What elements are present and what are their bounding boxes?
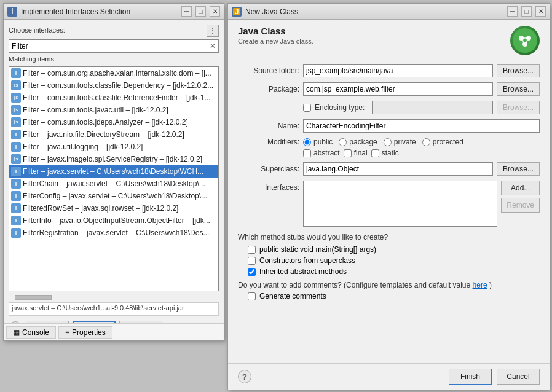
interface-icon: IS <box>11 93 21 103</box>
generate-comments-checkbox[interactable] <box>248 292 256 300</box>
list-item-text: FilterConfig – javax.servlet – C:\Users\… <box>23 190 207 202</box>
enclosing-type-text[interactable]: Enclosing type: <box>315 103 365 112</box>
source-folder-browse-button[interactable]: Browse... <box>497 64 540 77</box>
interface-icon: I <box>11 68 21 78</box>
package-label: Package: <box>238 85 299 93</box>
public-label[interactable]: public <box>313 138 333 146</box>
comments-question-end: ) <box>489 281 492 289</box>
enclosing-type-checkbox[interactable] <box>303 104 311 112</box>
method-stubs-section: Which method stubs would you like to cre… <box>238 233 540 276</box>
package-label[interactable]: package <box>349 138 377 146</box>
inherited-label[interactable]: Inherited abstract methods <box>259 267 347 276</box>
scrollbar-thumb[interactable] <box>15 295 52 300</box>
comments-link[interactable]: here <box>473 281 487 289</box>
static-checkbox[interactable] <box>371 149 379 157</box>
package-radio[interactable] <box>339 138 347 146</box>
protected-radio-group: protected <box>422 138 463 146</box>
list-item[interactable]: I Filter – java.util.logging – [jdk-12.0… <box>9 141 218 153</box>
interface-icon: I <box>11 179 21 189</box>
source-folder-input[interactable] <box>303 64 493 77</box>
console-icon: ▦ <box>13 328 20 337</box>
list-item-text: FilterRegistration – javax.servlet – C:\… <box>23 227 209 238</box>
filter-clear-button[interactable]: ✕ <box>208 41 218 51</box>
list-item[interactable]: I FilterConfig – javax.servlet – C:\User… <box>9 190 218 202</box>
new-java-class-dialog: J New Java Class ─ □ ✕ Java Class Create… <box>227 3 550 390</box>
right-cancel-button[interactable]: Cancel <box>497 369 540 385</box>
list-item[interactable]: I Filter – com.sun.org.apache.xalan.inte… <box>9 67 218 79</box>
list-item[interactable]: I FilteredRowSet – javax.sql.rowset – [j… <box>9 202 218 214</box>
public-radio[interactable] <box>303 138 311 146</box>
right-dialog-maximize-button[interactable]: □ <box>521 6 532 17</box>
interface-icon: I <box>11 228 21 238</box>
inherited-checkbox[interactable] <box>248 268 256 276</box>
right-dialog-action-buttons: Finish Cancel <box>449 369 540 385</box>
static-label[interactable]: static <box>382 149 399 157</box>
private-label[interactable]: private <box>394 138 416 146</box>
package-browse-button[interactable]: Browse... <box>497 82 540 96</box>
name-row: Name: <box>238 119 540 133</box>
left-dialog-minimize-button[interactable]: ─ <box>181 6 192 17</box>
remove-interface-button[interactable]: Remove <box>501 198 540 213</box>
add-interface-button[interactable]: Add... <box>501 181 540 195</box>
interfaces-box <box>303 181 497 227</box>
list-item-text: FilteredRowSet – javax.sql.rowset – [jdk… <box>23 203 178 214</box>
java-class-subtitle: Create a new Java class. <box>238 37 313 45</box>
protected-label[interactable]: protected <box>433 138 463 146</box>
generate-comments-label[interactable]: Generate comments <box>259 292 326 300</box>
left-dialog-maximize-button[interactable]: □ <box>195 6 206 17</box>
list-item[interactable]: IS Filter – javax.imageio.spi.ServiceReg… <box>9 153 218 165</box>
abstract-checkbox[interactable] <box>303 149 311 157</box>
left-dialog-title: Implemented Interfaces Selection <box>21 7 178 16</box>
left-dialog-close-button[interactable]: ✕ <box>210 6 220 17</box>
list-item[interactable]: I FilterChain – javax.servlet – C:\Users… <box>9 178 218 190</box>
enclosing-type-input[interactable] <box>372 101 493 114</box>
list-item[interactable]: IS Filter – com.sun.tools.javac.util – [… <box>9 104 218 116</box>
horizontal-scrollbar[interactable] <box>9 294 219 300</box>
package-input[interactable] <box>303 82 493 96</box>
inherited-row: Inherited abstract methods <box>238 267 540 276</box>
final-label[interactable]: final <box>354 149 368 157</box>
right-dialog-close-button[interactable]: ✕ <box>535 6 546 17</box>
list-item-selected[interactable]: I Filter – javax.servlet – C:\Users\wch1… <box>9 165 218 178</box>
private-radio-group: private <box>384 138 416 146</box>
right-dialog-bottom-bar: ? Finish Cancel <box>228 363 550 390</box>
options-button[interactable]: ⋮ <box>207 25 219 37</box>
list-item[interactable]: IS Filter – com.sun.tools.jdeps.Analyzer… <box>9 116 218 128</box>
left-dialog-titlebar: i Implemented Interfaces Selection ─ □ ✕ <box>4 4 224 20</box>
properties-tab[interactable]: ≡ Properties <box>58 326 112 339</box>
name-input[interactable] <box>303 119 540 133</box>
list-item[interactable]: I FilterInfo – java.io.ObjectInputStream… <box>9 214 218 227</box>
interface-icon: I <box>11 191 21 201</box>
private-radio[interactable] <box>384 138 392 146</box>
abstract-label[interactable]: abstract <box>313 149 340 157</box>
final-checkbox[interactable] <box>344 149 352 157</box>
generate-comments-row: Generate comments <box>238 292 540 300</box>
public-radio-group: public <box>303 138 333 146</box>
gradle-icon <box>510 26 540 55</box>
right-dialog-minimize-button[interactable]: ─ <box>507 6 518 17</box>
list-item-text: Filter – com.sun.tools.jdeps.Analyzer – … <box>23 117 188 128</box>
matching-items-label: Matching items: <box>9 55 219 63</box>
static-check-group: static <box>371 149 399 157</box>
main-method-checkbox[interactable] <box>248 246 256 254</box>
main-method-row: public static void main(String[] args) <box>238 245 540 254</box>
main-method-label[interactable]: public static void main(String[] args) <box>259 245 376 254</box>
list-item[interactable]: IS Filter – com.sun.tools.classfile.Depe… <box>9 79 218 92</box>
filter-input[interactable] <box>9 39 219 53</box>
list-item[interactable]: IS Filter – com.sun.tools.classfile.Refe… <box>9 92 218 104</box>
list-item[interactable]: I FilterRegistration – javax.servlet – C… <box>9 227 218 239</box>
superclass-input[interactable] <box>303 162 493 176</box>
right-dialog-help-button[interactable]: ? <box>238 370 251 383</box>
constructors-checkbox[interactable] <box>248 257 256 265</box>
console-tab[interactable]: ▦ Console <box>6 326 56 339</box>
right-dialog-title: New Java Class <box>245 7 503 16</box>
constructors-label[interactable]: Constructors from superclass <box>259 256 355 265</box>
list-item[interactable]: I Filter – java.nio.file.DirectoryStream… <box>9 128 218 141</box>
modifiers-row: Modifiers: public package private <box>238 138 540 157</box>
finish-button[interactable]: Finish <box>449 369 492 385</box>
java-class-title: Java Class <box>238 26 313 36</box>
access-modifiers: public package private protected <box>303 138 463 146</box>
interfaces-buttons: Add... Remove <box>501 181 540 227</box>
superclass-browse-button[interactable]: Browse... <box>497 162 540 176</box>
protected-radio[interactable] <box>422 138 430 146</box>
